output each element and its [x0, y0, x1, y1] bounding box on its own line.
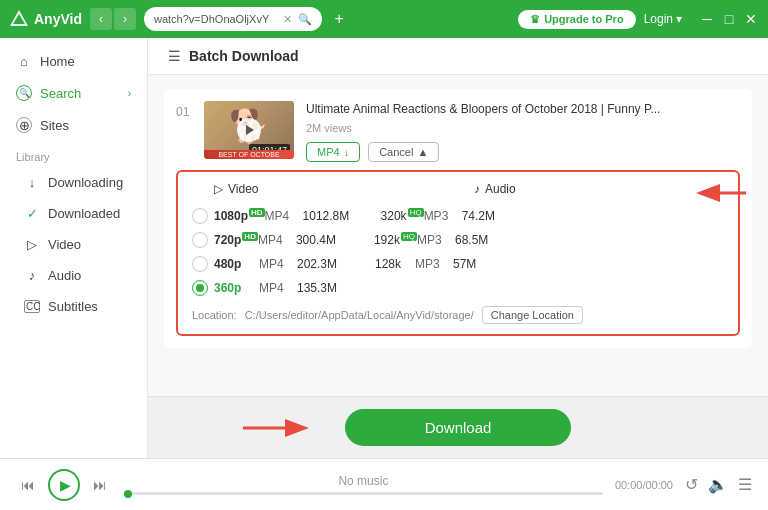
format-type-480p: MP4: [259, 257, 297, 271]
window-controls: ─ □ ✕: [698, 10, 760, 28]
url-text: watch?v=DhOnaOljXvY: [154, 13, 277, 25]
progress-dot: [124, 490, 132, 498]
player-info: No music: [124, 474, 603, 495]
video-header: 01 🐕 01:01:47 BEST OF OCTOBE Ultimate An…: [176, 101, 740, 162]
sidebar-item-home[interactable]: ⌂ Home: [0, 46, 147, 77]
video-entry: 01 🐕 01:01:47 BEST OF OCTOBE Ultimate An…: [164, 89, 752, 348]
progress-bar[interactable]: [124, 492, 603, 495]
format-size-480p: 202.3M: [297, 257, 355, 271]
format-size-720p: 300.4M: [296, 233, 354, 247]
play-icon: ▶: [60, 477, 71, 493]
prev-button[interactable]: ⏮: [16, 473, 40, 497]
logo-icon: [8, 8, 30, 30]
audio-col-header: Audio: [485, 182, 516, 196]
search-icon: 🔍: [16, 85, 32, 101]
format-audio-type-480p: MP3: [415, 257, 453, 271]
upgrade-button[interactable]: ♛ Upgrade to Pro: [518, 10, 635, 29]
format-radio-720p[interactable]: [192, 232, 208, 248]
sidebar-item-sites[interactable]: ⊕ Sites: [0, 109, 147, 141]
location-bar: Location: C:/Users/editor/AppData/Local/…: [192, 300, 724, 324]
add-tab-button[interactable]: +: [334, 10, 343, 28]
format-res-720p: 720pHD: [214, 232, 258, 247]
content-body: 01 🐕 01:01:47 BEST OF OCTOBE Ultimate An…: [148, 75, 768, 396]
format-badge-button[interactable]: MP4 ↓: [306, 142, 360, 162]
content-area: ☰ Batch Download 01 🐕 01:01:47 BEST OF O…: [148, 38, 768, 458]
bottom-player: ⏮ ▶ ⏭ No music 00:00/00:00 ↺ 🔈 ☰: [0, 458, 768, 510]
video-actions: MP4 ↓ Cancel ▲: [306, 142, 740, 162]
volume-button[interactable]: 🔈: [708, 475, 728, 494]
thumb-play-button[interactable]: [237, 118, 261, 142]
format-type-360p: MP4: [259, 281, 297, 295]
download-area: Download: [148, 396, 768, 458]
playlist-button[interactable]: ☰: [738, 475, 752, 494]
format-audio-res-1080p: 320kHQ: [381, 208, 424, 223]
format-audio-type-1080p: MP3: [424, 209, 462, 223]
player-right-controls: ↺ 🔈 ☰: [685, 475, 752, 494]
minimize-button[interactable]: ─: [698, 10, 716, 28]
format-res-360p: 360p: [214, 281, 259, 295]
url-bar[interactable]: watch?v=DhOnaOljXvY ✕ 🔍: [144, 7, 322, 31]
format-radio-360p[interactable]: [192, 280, 208, 296]
next-button[interactable]: ⏭: [88, 473, 112, 497]
format-type-1080p: MP4: [265, 209, 303, 223]
nav-arrows: ‹ ›: [90, 8, 136, 30]
video-number: 01: [176, 105, 192, 119]
video-views: 2M views: [306, 122, 740, 134]
video-thumbnail: 🐕 01:01:47 BEST OF OCTOBE: [204, 101, 294, 159]
format-radio-1080p[interactable]: [192, 208, 208, 224]
repeat-button[interactable]: ↺: [685, 475, 698, 494]
format-row-720p: 720pHD MP4 300.4M 192kHQ MP3 68.5M: [192, 228, 724, 252]
url-search-icon: 🔍: [298, 13, 312, 26]
audio-col-icon: ♪: [474, 182, 480, 196]
sidebar-item-downloading[interactable]: ↓ Downloading: [0, 167, 147, 198]
no-music-label: No music: [338, 474, 388, 488]
video-col-header: Video: [228, 182, 258, 196]
change-location-button[interactable]: Change Location: [482, 306, 583, 324]
play-button[interactable]: ▶: [48, 469, 80, 501]
sidebar-item-audio[interactable]: ♪ Audio: [0, 260, 147, 291]
sidebar-item-downloaded[interactable]: ✓ Downloaded: [0, 198, 147, 229]
format-radio-480p[interactable]: [192, 256, 208, 272]
crown-icon: ♛: [530, 13, 540, 26]
login-button[interactable]: Login ▾: [644, 12, 682, 26]
downloading-icon: ↓: [24, 175, 40, 190]
video-icon: ▷: [24, 237, 40, 252]
video-col-icon: ▷: [214, 182, 223, 196]
format-res-480p: 480p: [214, 257, 259, 271]
cancel-button[interactable]: Cancel ▲: [368, 142, 439, 162]
format-size-360p: 135.3M: [297, 281, 355, 295]
video-title: Ultimate Animal Reactions & Bloopers of …: [306, 101, 740, 118]
download-button[interactable]: Download: [345, 409, 572, 446]
location-label: Location:: [192, 309, 237, 321]
player-time: 00:00/00:00: [615, 479, 673, 491]
format-audio-size-1080p: 74.2M: [462, 209, 495, 223]
chevron-right-icon: ›: [128, 88, 131, 99]
format-panel: ▷ Video ♪ Audio 1080pHD MP4 1012.8M: [176, 170, 740, 336]
url-close-icon[interactable]: ✕: [283, 13, 292, 26]
format-row-360p: 360p MP4 135.3M: [192, 276, 724, 300]
player-progress: [124, 492, 603, 495]
downloaded-icon: ✓: [24, 206, 40, 221]
chevron-down-icon: ▾: [676, 12, 682, 26]
format-audio-res-720p: 192kHQ: [374, 232, 417, 247]
sidebar-item-subtitles[interactable]: CC Subtitles: [0, 291, 147, 322]
sidebar: ⌂ Home 🔍 Search › ⊕ Sites Library ↓ Down…: [0, 38, 148, 458]
download-icon: ↓: [344, 146, 350, 158]
red-arrow-down: [238, 413, 318, 443]
sidebar-item-search[interactable]: 🔍 Search ›: [0, 77, 147, 109]
format-audio-size-480p: 57M: [453, 257, 476, 271]
format-audio-res-480p: 128k: [375, 257, 415, 271]
format-row-1080p: 1080pHD MP4 1012.8M 320kHQ MP3 74.2M: [192, 204, 724, 228]
maximize-button[interactable]: □: [720, 10, 738, 28]
video-info: Ultimate Animal Reactions & Bloopers of …: [306, 101, 740, 162]
audio-icon: ♪: [24, 268, 40, 283]
format-row-480p: 480p MP4 202.3M 128k MP3 57M: [192, 252, 724, 276]
title-bar: AnyVid ‹ › watch?v=DhOnaOljXvY ✕ 🔍 + ♛ U…: [0, 0, 768, 38]
library-section-label: Library: [0, 141, 147, 167]
close-button[interactable]: ✕: [742, 10, 760, 28]
red-arrow-right: [694, 179, 754, 207]
back-button[interactable]: ‹: [90, 8, 112, 30]
forward-button[interactable]: ›: [114, 8, 136, 30]
player-controls: ⏮ ▶ ⏭: [16, 469, 112, 501]
sidebar-item-video[interactable]: ▷ Video: [0, 229, 147, 260]
